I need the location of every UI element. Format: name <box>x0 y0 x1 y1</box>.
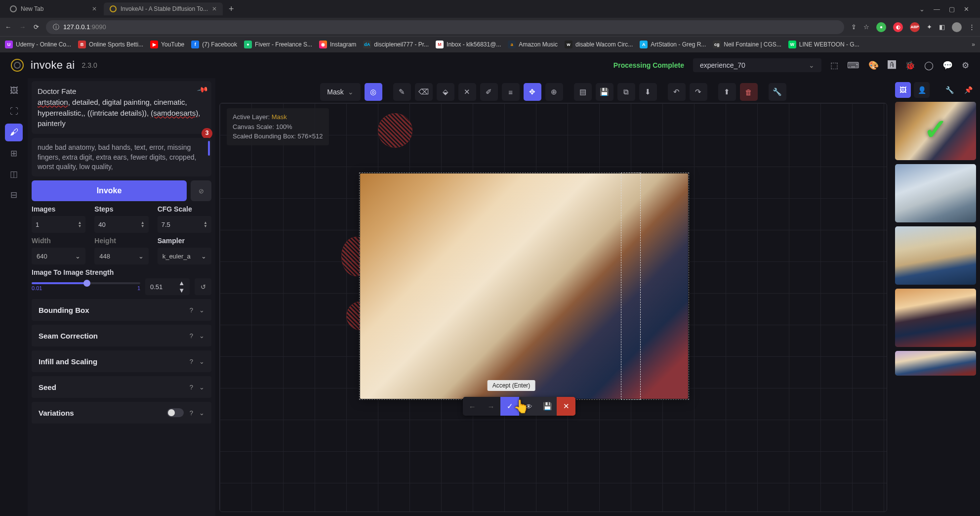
stage-prev-icon[interactable]: ← <box>463 397 482 416</box>
back-icon[interactable]: ← <box>5 23 11 31</box>
fill-tool-icon[interactable]: ⬙ <box>437 83 454 101</box>
images-input[interactable]: 1▲▼ <box>32 216 85 233</box>
bookmark-item[interactable]: UUdemy - Online Co... <box>5 41 71 48</box>
layers-icon[interactable]: ▤ <box>574 83 592 101</box>
move-tool-icon[interactable]: ✥ <box>524 83 541 101</box>
clear-mask-icon[interactable]: ✕ <box>458 83 476 101</box>
site-info-icon[interactable]: ⓘ <box>53 23 59 32</box>
forward-icon[interactable]: → <box>19 23 26 31</box>
browser-tab[interactable]: New Tab ✕ <box>4 2 103 15</box>
gallery-settings-icon[interactable]: 🔧 <box>941 82 957 98</box>
cancel-button[interactable]: ⊘ <box>191 180 211 201</box>
extension-icon[interactable]: ● <box>876 22 886 32</box>
invoke-button[interactable]: Invoke <box>32 180 187 201</box>
close-icon[interactable]: ✕ <box>212 5 217 12</box>
spinner-icon[interactable]: ▲▼ <box>78 221 82 228</box>
gallery-user-tab[interactable]: 👤 <box>914 82 930 98</box>
profile-avatar[interactable] <box>952 22 962 32</box>
accordion-seed[interactable]: Seed?⌄ <box>32 376 211 398</box>
sidepanel-icon[interactable]: ◧ <box>939 23 945 31</box>
canvas-settings-icon[interactable]: 🔧 <box>769 83 786 101</box>
share-icon[interactable]: ⇪ <box>851 23 857 31</box>
i2i-value-input[interactable]: 0.51▲▼ <box>145 278 190 295</box>
bookmark-item[interactable]: aAmazon Music <box>508 41 558 48</box>
pin-icon[interactable]: 📌 <box>196 83 209 97</box>
stage-discard-button[interactable]: ✕ <box>557 397 575 416</box>
extension-icon[interactable]: ◐ <box>893 22 903 32</box>
color-picker-icon[interactable]: ✐ <box>480 83 498 101</box>
discord-icon[interactable]: 💬 <box>942 60 953 71</box>
bookmark-overflow-icon[interactable]: » <box>972 41 975 48</box>
extensions-icon[interactable]: ✦ <box>927 23 932 31</box>
bookmark-item[interactable]: BOnline Sports Betti... <box>78 41 143 48</box>
bug-icon[interactable]: 🐞 <box>905 60 915 71</box>
reload-icon[interactable]: ⟳ <box>34 23 39 31</box>
close-icon[interactable]: ✕ <box>92 5 97 12</box>
bookmark-item[interactable]: MInbox - klk56831@... <box>436 41 501 48</box>
upload-icon[interactable]: ⬆ <box>718 83 736 101</box>
extension-icon[interactable]: ABP <box>910 22 920 32</box>
bookmark-item[interactable]: ▶YouTube <box>150 41 184 48</box>
maximize-icon[interactable]: ▢ <box>949 5 955 13</box>
transform-tool-icon[interactable]: ⊕ <box>545 83 563 101</box>
github-icon[interactable]: ◯ <box>924 60 934 71</box>
settings-gear-icon[interactable]: ⚙ <box>962 60 969 71</box>
reset-i2i-button[interactable]: ↺ <box>195 278 211 295</box>
gallery-thumb[interactable] <box>895 289 976 347</box>
bookmark-item[interactable]: f(7) Facebook <box>191 41 237 48</box>
gallery-thumb[interactable]: ✓ <box>895 102 976 160</box>
redo-icon[interactable]: ↷ <box>690 83 707 101</box>
gallery-thumb[interactable] <box>895 351 976 376</box>
bookmark-item[interactable]: ●Fiverr - Freelance S... <box>244 41 312 48</box>
rail-img2img-icon[interactable]: ⛶ <box>5 103 23 121</box>
gallery-thumb[interactable] <box>895 226 976 285</box>
copy-icon[interactable]: ⧉ <box>617 83 635 101</box>
close-window-icon[interactable]: ✕ <box>964 5 969 13</box>
chevron-down-icon[interactable]: ⌄ <box>919 5 925 13</box>
accordion-infill[interactable]: Infill and Scaling?⌄ <box>32 350 211 372</box>
rail-canvas-icon[interactable]: 🖌 <box>5 124 23 141</box>
layer-select[interactable]: Mask⌄ <box>320 83 360 101</box>
prompt-input[interactable]: 📌 Doctor Fate artstation, detailed, digi… <box>32 81 211 134</box>
width-select[interactable]: 640⌄ <box>32 248 85 264</box>
rail-training-icon[interactable]: ⊟ <box>5 186 23 204</box>
rail-txt2img-icon[interactable]: 🖼 <box>5 82 23 100</box>
cube-icon[interactable]: ⬚ <box>830 60 838 71</box>
delete-icon[interactable]: 🗑 <box>740 83 758 101</box>
gallery-results-tab[interactable]: 🖼 <box>895 82 911 98</box>
accordion-seam[interactable]: Seam Correction?⌄ <box>32 325 211 346</box>
gallery-thumb[interactable] <box>895 164 976 222</box>
url-input[interactable]: ⓘ 127.0.0.1:9090 <box>46 20 844 34</box>
bookmark-item[interactable]: dAdiscipleneil777 - Pr... <box>363 41 429 48</box>
new-tab-button[interactable]: + <box>224 4 239 14</box>
stage-next-icon[interactable]: → <box>482 397 500 416</box>
bookmark-item[interactable]: cgNeil Fontaine | CGS... <box>713 41 781 48</box>
i2i-slider[interactable] <box>32 282 140 284</box>
bookmark-item[interactable]: AArtStation - Greg R... <box>640 41 706 48</box>
rail-postprocess-icon[interactable]: ◫ <box>5 165 23 183</box>
variations-toggle[interactable] <box>167 408 184 417</box>
spinner-icon[interactable]: ▲▼ <box>204 221 207 228</box>
download-icon[interactable]: ⬇ <box>639 83 657 101</box>
height-select[interactable]: 448⌄ <box>94 248 148 264</box>
minimize-icon[interactable]: — <box>934 5 940 13</box>
brush-tool-icon[interactable]: ✎ <box>393 83 411 101</box>
sampler-select[interactable]: k_euler_a⌄ <box>158 248 211 264</box>
lines-icon[interactable]: ≡ <box>502 83 520 101</box>
spinner-icon[interactable]: ▲▼ <box>141 221 145 228</box>
eraser-tool-icon[interactable]: ⌫ <box>415 83 433 101</box>
save-icon[interactable]: 💾 <box>596 83 613 101</box>
stage-save-icon[interactable]: 💾 <box>538 397 557 416</box>
gallery-pin-icon[interactable]: 📌 <box>960 82 976 98</box>
accordion-bounding-box[interactable]: Bounding Box?⌄ <box>32 299 211 321</box>
mask-tool-button[interactable]: ◎ <box>365 83 382 101</box>
palette-icon[interactable]: 🎨 <box>868 60 879 71</box>
bookmark-item[interactable]: WLINE WEBTOON - G... <box>788 41 859 48</box>
negative-prompt-input[interactable]: nude bad anatomy, bad hands, text, error… <box>32 138 211 176</box>
browser-tab-active[interactable]: InvokeAI - A Stable Diffusion To... ✕ <box>104 2 223 15</box>
language-icon[interactable]: 🅰 <box>888 60 896 70</box>
undo-icon[interactable]: ↶ <box>668 83 686 101</box>
accordion-variations[interactable]: Variations?⌄ <box>32 402 211 424</box>
bookmark-item[interactable]: wdisable Wacom Circ... <box>565 41 633 48</box>
steps-input[interactable]: 40▲▼ <box>94 216 148 233</box>
